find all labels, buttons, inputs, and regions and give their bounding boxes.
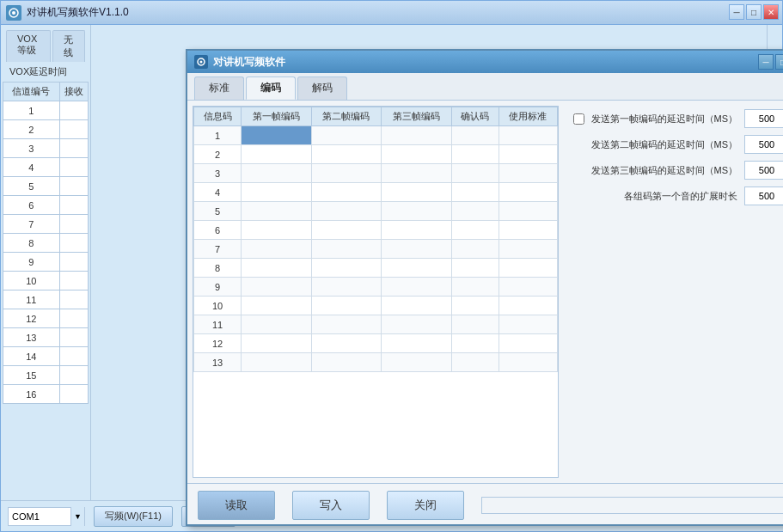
vox-row: VOX延迟时间	[3, 62, 89, 82]
outer-titlebar: 对讲机写频软件V1.1.0 ─ □ ✕	[1, 1, 782, 25]
setting-label-1: 发送第一帧编码的延迟时间（MS）	[591, 113, 738, 125]
com-port-arrow[interactable]: ▼	[70, 507, 84, 526]
table-row[interactable]: 6	[3, 196, 89, 215]
dialog-maximize-button[interactable]: □	[775, 54, 783, 70]
channel-col-header: 信道编号	[3, 83, 60, 101]
table-row[interactable]: 8	[3, 234, 89, 253]
left-sidebar: VOX等级 无线 VOX延迟时间 信道编号 接收 1 2 3	[1, 25, 91, 502]
table-row[interactable]: 1	[3, 101, 89, 120]
table-row[interactable]: 9	[194, 278, 558, 297]
dialog-title: 对讲机写频软件	[213, 55, 285, 70]
dialog-body: 信息码 第一帧编码 第二帧编码 第三帧编码 确认码 使用标准	[187, 101, 783, 483]
table-scroll-area[interactable]: 信息码 第一帧编码 第二帧编码 第三帧编码 确认码 使用标准	[193, 107, 558, 477]
app-icon	[6, 5, 21, 21]
dialog-controls: ─ □ ✕	[758, 54, 783, 70]
table-row[interactable]: 4	[194, 183, 558, 202]
tab-decode[interactable]: 解码	[297, 76, 347, 100]
dialog-icon	[194, 55, 208, 69]
table-row[interactable]: 4	[3, 158, 89, 177]
setting-label-2: 发送第二帧编码的延迟时间（MS）	[591, 138, 738, 151]
table-row[interactable]: 7	[3, 215, 89, 234]
outer-window: 对讲机写频软件V1.1.0 ─ □ ✕ VOX等级 无线 VOX延迟时间 信道编	[0, 0, 783, 532]
write-button[interactable]: 写入	[292, 491, 370, 520]
outer-tab-row: VOX等级 无线	[3, 28, 89, 62]
setting-row-1: 发送第一帧编码的延迟时间（MS） ▲ ▼	[569, 109, 783, 128]
dialog-minimize-button[interactable]: ─	[758, 54, 774, 70]
svg-point-3	[200, 61, 203, 64]
table-row[interactable]: 14	[3, 347, 89, 366]
outer-title: 对讲机写频软件V1.1.0	[27, 5, 129, 20]
table-row[interactable]: 10	[3, 272, 89, 290]
setting-value-4[interactable]	[745, 187, 783, 205]
table-row[interactable]: 5	[194, 202, 558, 221]
setting-row-4: 各组码第一个音的扩展时长 ▲ ▼	[569, 187, 783, 205]
svg-point-1	[12, 11, 15, 15]
table-row[interactable]: 1	[194, 126, 558, 145]
encode-data-table: 信息码 第一帧编码 第二帧编码 第三帧编码 确认码 使用标准	[193, 107, 558, 372]
com-port-select[interactable]: COM1 ▼	[8, 507, 85, 526]
outer-close-button[interactable]: ✕	[763, 4, 779, 20]
receive-col-header: 接收	[59, 83, 89, 101]
settings-panel: 发送第一帧编码的延迟时间（MS） ▲ ▼ 发送第二帧编码的	[566, 106, 783, 478]
outer-tab-wireless[interactable]: 无线	[52, 30, 85, 62]
setting-spinner-1[interactable]: ▲ ▼	[744, 109, 783, 128]
main-area: 扩 对讲机写频软件 ─ □ ✕	[91, 25, 782, 502]
setting-label-3: 发送第三帧编码的延迟时间（MS）	[591, 164, 738, 177]
table-row[interactable]: 3	[3, 139, 89, 158]
encode-table-container: 信息码 第一帧编码 第二帧编码 第三帧编码 确认码 使用标准	[193, 106, 559, 478]
table-row[interactable]: 5	[3, 177, 89, 196]
cell-selected[interactable]	[242, 126, 311, 145]
setting-spinner-3[interactable]: ▲ ▼	[744, 161, 783, 180]
setting-checkbox-1[interactable]	[573, 113, 584, 125]
close-dialog-button[interactable]: 关闭	[387, 491, 464, 520]
setting-label-4: 各组码第一个音的扩展时长	[624, 190, 737, 203]
setting-value-2[interactable]	[745, 136, 783, 153]
dialog-footer: 读取 写入 关闭	[187, 483, 783, 527]
setting-value-1[interactable]	[745, 110, 783, 127]
write-freq-button[interactable]: 写频(W)(F11)	[94, 506, 173, 527]
table-row[interactable]: 9	[3, 253, 89, 272]
progress-bar	[481, 497, 783, 514]
table-row[interactable]: 10	[194, 297, 558, 315]
outer-win-controls: ─ □ ✕	[729, 4, 779, 20]
vox-label: VOX延迟时间	[9, 65, 67, 78]
dialog-tab-bar: 标准 编码 解码	[187, 73, 783, 101]
col-header-frame3: 第三帧编码	[382, 107, 451, 126]
col-header-id: 信息码	[194, 107, 242, 126]
com-port-value: COM1	[9, 511, 70, 522]
dialog-window: 对讲机写频软件 ─ □ ✕ 标准 编码 解码	[186, 49, 783, 526]
col-header-standard: 使用标准	[499, 107, 557, 126]
col-header-frame1: 第一帧编码	[242, 107, 311, 126]
read-button[interactable]: 读取	[198, 491, 275, 520]
col-header-confirm: 确认码	[451, 107, 499, 126]
setting-spinner-2[interactable]: ▲ ▼	[744, 135, 783, 154]
table-row[interactable]: 8	[194, 259, 558, 278]
table-row[interactable]: 11	[194, 315, 558, 334]
table-row[interactable]: 2	[194, 145, 558, 164]
table-row[interactable]: 11	[3, 290, 89, 309]
table-row[interactable]: 2	[3, 120, 89, 139]
dialog-titlebar: 对讲机写频软件 ─ □ ✕	[187, 51, 783, 73]
table-row[interactable]: 13	[3, 328, 89, 347]
tab-encode[interactable]: 编码	[246, 76, 296, 100]
setting-value-3[interactable]	[745, 162, 783, 179]
setting-row-2: 发送第二帧编码的延迟时间（MS） ▲ ▼	[569, 135, 783, 154]
tab-standard[interactable]: 标准	[194, 76, 244, 100]
table-row[interactable]: 16	[3, 385, 89, 404]
outer-tab-vox[interactable]: VOX等级	[6, 30, 51, 62]
table-row[interactable]: 13	[194, 353, 558, 372]
setting-spinner-4[interactable]: ▲ ▼	[744, 187, 783, 205]
table-row[interactable]: 12	[3, 309, 89, 328]
table-row[interactable]: 12	[194, 334, 558, 353]
table-row[interactable]: 15	[3, 366, 89, 385]
outer-maximize-button[interactable]: □	[746, 4, 762, 20]
outer-minimize-button[interactable]: ─	[729, 4, 744, 20]
table-row[interactable]: 6	[194, 221, 558, 240]
channel-table: 信道编号 接收 1 2 3 4 5 6 7 8 9 10 11 12	[3, 82, 89, 404]
table-row[interactable]: 7	[194, 240, 558, 259]
col-header-frame2: 第二帧编码	[311, 107, 381, 126]
table-row[interactable]: 3	[194, 164, 558, 183]
setting-row-3: 发送第三帧编码的延迟时间（MS） ▲ ▼	[569, 161, 783, 180]
